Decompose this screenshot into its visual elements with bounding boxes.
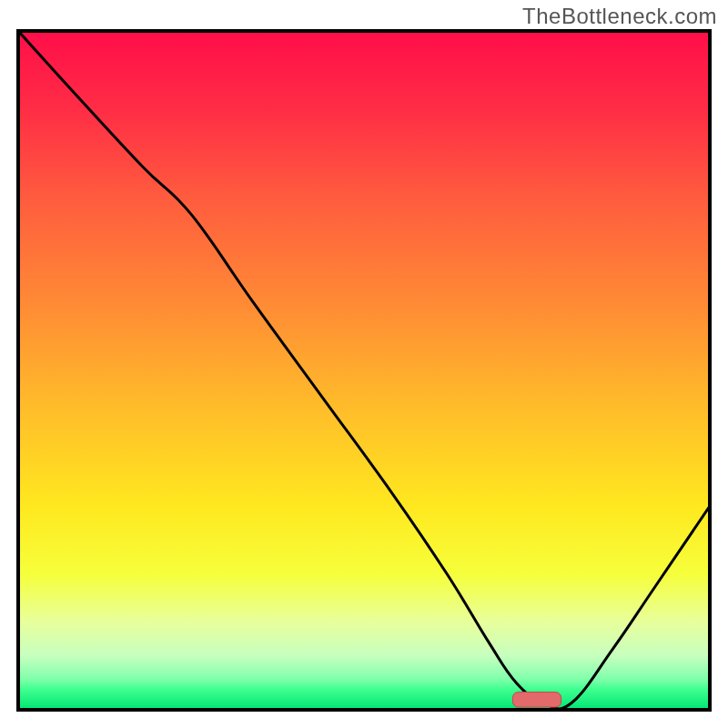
watermark-label: TheBottleneck.com xyxy=(522,4,717,29)
optimal-marker xyxy=(512,693,561,707)
chart-container: TheBottleneck.com xyxy=(0,0,728,728)
gradient-background xyxy=(18,31,710,710)
bottleneck-chart xyxy=(0,0,728,728)
